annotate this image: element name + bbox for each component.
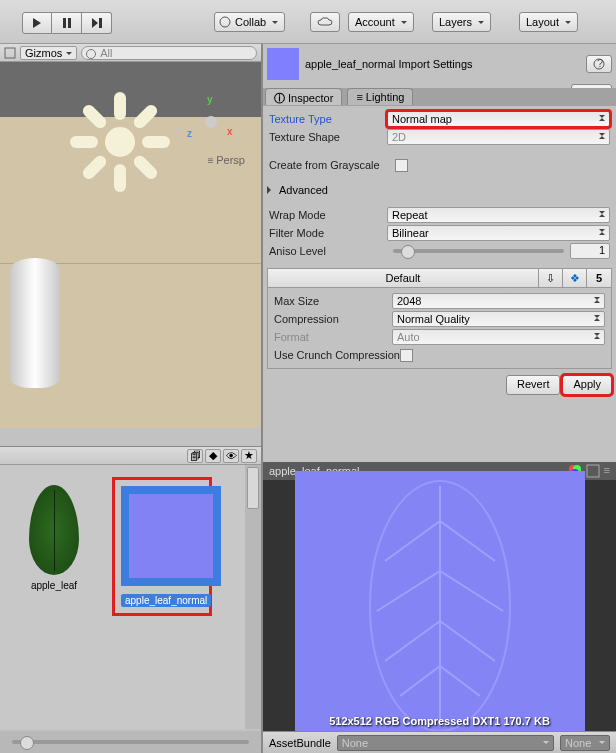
menu-icon[interactable]: ≡ [604,464,610,478]
svg-rect-1 [63,18,66,28]
platform-windows-icon[interactable]: ❖ [563,269,587,287]
layers-dropdown[interactable]: Layers [432,12,491,32]
texture-type-label: Texture Type [269,113,387,125]
scene-search-input[interactable]: All [81,46,257,60]
scene-toolbar: Gizmos All [0,44,261,62]
svg-rect-7 [5,48,15,58]
collab-label: Collab [235,16,266,28]
format-dropdown: Auto [392,329,605,345]
cloud-button[interactable] [310,12,340,32]
aniso-row: Aniso Level 1 [263,242,616,260]
svg-marker-0 [33,18,41,28]
compression-label: Compression [274,313,392,325]
format-row: Format Auto [268,328,611,346]
advanced-label: Advanced [279,184,328,196]
crunch-row: Use Crunch Compression [268,346,611,364]
gizmos-label: Gizmos [25,47,62,59]
asset-apple-leaf-normal[interactable]: apple_leaf_normal [112,477,212,616]
asset-bundle-bar: AssetBundle None None [263,731,616,753]
crunch-checkbox[interactable] [400,349,413,362]
platform-default-tab[interactable]: Default [268,269,539,287]
main-toolbar: Collab Account Layers Layout [0,0,616,44]
max-size-dropdown[interactable]: 2048 [392,293,605,309]
wrap-mode-dropdown[interactable]: Repeat [387,207,610,223]
texture-type-row: Texture Type Normal map [263,110,616,128]
perspective-label[interactable]: ≡ Persp [208,154,245,166]
mipmap-icon[interactable] [586,464,600,478]
inspector-thumbnail [267,48,299,80]
preview-area[interactable]: 512x512 RGB Compressed DXT1 170.7 KB [263,480,616,731]
compression-row: Compression Normal Quality [268,310,611,328]
texture-type-dropdown[interactable]: Normal map [387,111,610,127]
favorite-icon[interactable]: ◆ [205,449,221,463]
filter-icon[interactable]: 🗐 [187,449,203,463]
asset-bundle-name-dropdown[interactable]: None [337,735,554,751]
preview-image [295,471,585,741]
aniso-value-field[interactable]: 1 [570,243,610,259]
svg-rect-2 [68,18,71,28]
wrap-mode-label: Wrap Mode [269,209,387,221]
play-button[interactable] [22,12,52,34]
tab-inspector[interactable]: ⓘ Inspector [265,88,342,105]
pause-button[interactable] [52,12,82,34]
texture-shape-dropdown[interactable]: 2D [387,129,610,145]
platform-webgl-icon[interactable]: 5 [587,269,611,287]
scene-view[interactable]: y x z ≡ Persp [0,62,261,428]
filter-mode-dropdown[interactable]: Bilinear [387,225,610,241]
inspector-header: apple_leaf_normal Import Settings ? [263,44,616,84]
texture-shape-row: Texture Shape 2D [263,128,616,146]
account-label: Account [355,16,395,28]
directional-light-gizmo [70,92,170,192]
axis-x: x [227,126,233,137]
create-grayscale-label: Create from Grayscale [269,159,395,171]
platform-tabs: Default ⇩ ❖ 5 [267,268,612,288]
inspector-title: apple_leaf_normal Import Settings [305,58,580,70]
create-grayscale-checkbox[interactable] [395,159,408,172]
layers-label: Layers [439,16,472,28]
apply-button[interactable]: Apply [562,375,612,395]
svg-point-5 [220,17,230,27]
tab-lighting-label: Lighting [366,91,405,103]
asset-apple-leaf[interactable]: apple_leaf [4,485,104,592]
project-footer [0,731,261,753]
left-pane: nimator Asset Store Gizmos All y x z ≡ P [0,44,261,446]
step-button[interactable] [82,12,112,34]
gizmos-dropdown[interactable]: Gizmos [20,46,77,60]
asset-grid[interactable]: apple_leaf apple_leaf_normal [0,465,245,729]
asset-bundle-variant-dropdown[interactable]: None [560,735,610,751]
visibility-icon[interactable]: 👁 [223,449,239,463]
tab-lighting[interactable]: ≡ Lighting [347,88,413,105]
preview-info: 512x512 RGB Compressed DXT1 170.7 KB [263,715,616,727]
right-tabs: ⓘ Inspector ≡ Lighting [263,88,616,106]
orientation-gizmo[interactable]: y x z [181,92,241,152]
thumbnail-size-slider[interactable] [12,740,249,744]
axis-y: y [207,94,213,105]
wrap-mode-row: Wrap Mode Repeat [263,206,616,224]
axis-z: z [187,128,192,139]
crunch-label: Use Crunch Compression [274,349,400,361]
filter-mode-row: Filter Mode Bilinear [263,224,616,242]
collab-dropdown[interactable]: Collab [214,12,285,32]
compression-dropdown[interactable]: Normal Quality [392,311,605,327]
svg-rect-4 [99,18,102,28]
filter-mode-label: Filter Mode [269,227,387,239]
texture-shape-label: Texture Shape [269,131,387,143]
max-size-label: Max Size [274,295,392,307]
platform-standalone-icon[interactable]: ⇩ [539,269,563,287]
project-scrollbar[interactable] [245,465,261,729]
layout-dropdown[interactable]: Layout [519,12,578,32]
cylinder-mesh[interactable] [10,258,60,388]
svg-marker-3 [92,18,98,28]
2d-toggle-icon[interactable] [4,47,16,59]
right-pane: ⓘ Inspector ≡ Lighting apple_leaf_normal… [261,44,616,753]
advanced-foldout[interactable]: Advanced [263,182,616,198]
svg-rect-13 [587,465,599,477]
aniso-slider[interactable] [393,249,564,253]
account-dropdown[interactable]: Account [348,12,414,32]
layout-label: Layout [526,16,559,28]
revert-button[interactable]: Revert [506,375,560,395]
save-search-icon[interactable]: ★ [241,449,257,463]
svg-text:?: ? [597,58,603,69]
help-button[interactable]: ? [586,55,612,73]
project-toolbar: 🗐 ◆ 👁 ★ [0,447,261,465]
